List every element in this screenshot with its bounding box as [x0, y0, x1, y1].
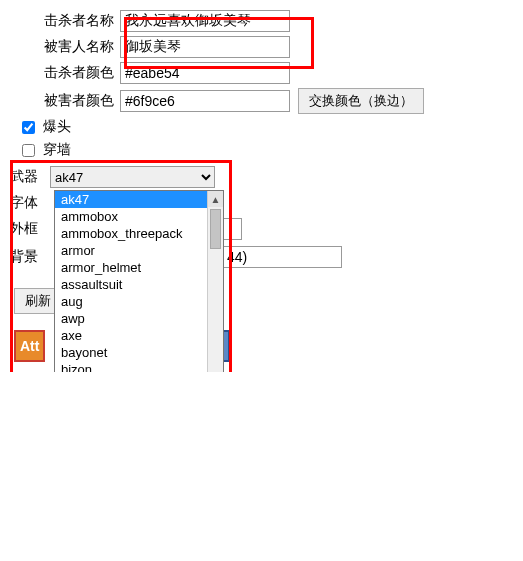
bg-color-input[interactable] [222, 246, 342, 268]
attacker-color-input[interactable] [120, 62, 290, 84]
weapon-option[interactable]: ammobox [55, 208, 207, 225]
wallbang-checkbox-label[interactable]: 穿墙 [18, 141, 71, 157]
weapon-option[interactable]: armor_helmet [55, 259, 207, 276]
headshot-checkbox-label[interactable]: 爆头 [18, 118, 71, 134]
victim-name-label: 被害人名称 [10, 38, 120, 56]
font-label: 字体 [10, 194, 50, 212]
outline-label: 外框 [10, 220, 50, 238]
attacker-color-label: 击杀者颜色 [10, 64, 120, 82]
victim-color-input[interactable] [120, 90, 290, 112]
scroll-up-icon[interactable]: ▲ [208, 191, 223, 207]
weapon-option[interactable]: bizon [55, 361, 207, 372]
weapon-option[interactable]: axe [55, 327, 207, 344]
weapon-option[interactable]: ak47 [55, 191, 207, 208]
attacker-name-label: 击杀者名称 [10, 12, 120, 30]
bg-label: 背景 [10, 248, 50, 266]
dropdown-scrollbar[interactable]: ▲ ▼ [207, 191, 223, 372]
weapon-select[interactable]: ak47 [50, 166, 215, 188]
swap-colors-button[interactable]: 交换颜色（换边） [298, 88, 424, 114]
attacker-badge: Att [14, 330, 45, 362]
weapon-option[interactable]: aug [55, 293, 207, 310]
weapon-label: 武器 [10, 168, 50, 186]
weapon-option[interactable]: awp [55, 310, 207, 327]
victim-color-label: 被害者颜色 [10, 92, 120, 110]
outline-extra-input[interactable] [222, 218, 242, 240]
scroll-thumb[interactable] [210, 209, 221, 249]
wallbang-checkbox[interactable] [22, 144, 35, 157]
headshot-checkbox[interactable] [22, 121, 35, 134]
weapon-option[interactable]: armor [55, 242, 207, 259]
weapon-dropdown[interactable]: ak47ammoboxammobox_threepackarmorarmor_h… [54, 190, 224, 372]
weapon-option[interactable]: assaultsuit [55, 276, 207, 293]
weapon-option[interactable]: ammobox_threepack [55, 225, 207, 242]
victim-name-input[interactable] [120, 36, 290, 58]
attacker-name-input[interactable] [120, 10, 290, 32]
weapon-option[interactable]: bayonet [55, 344, 207, 361]
